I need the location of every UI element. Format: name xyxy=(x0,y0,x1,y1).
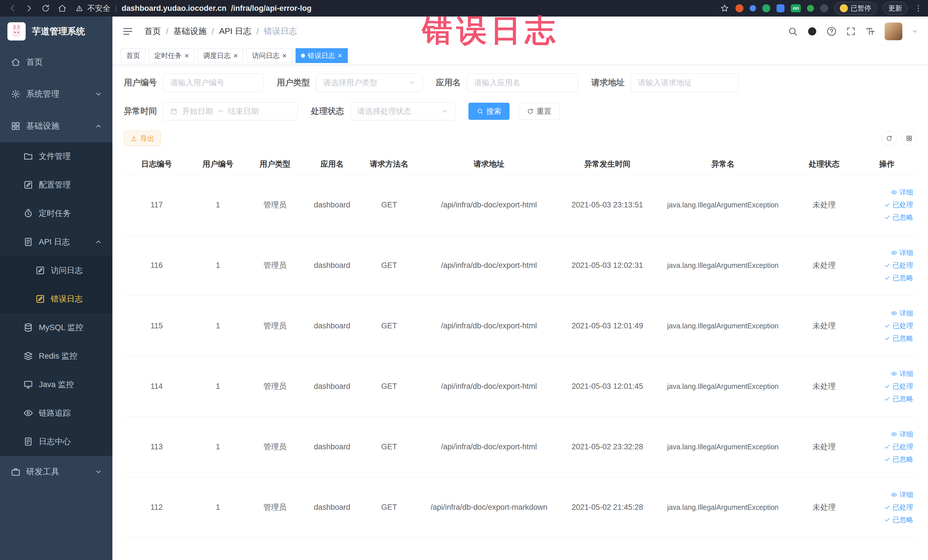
edit-icon xyxy=(35,294,45,304)
action-ignored[interactable]: 已忽略 xyxy=(884,394,913,403)
avatar[interactable] xyxy=(885,23,902,40)
caret-down-icon[interactable] xyxy=(911,28,918,35)
cell-url: /api/infra/db-doc/export-html xyxy=(418,235,560,296)
sidebar-item-home[interactable]: 首页 xyxy=(0,46,112,78)
breadcrumb-item: 错误日志 xyxy=(264,26,297,37)
user-type-select[interactable]: 请选择用户类型 xyxy=(316,73,423,92)
sidebar-item-system[interactable]: 系统管理 xyxy=(0,78,112,110)
action-ignored[interactable]: 已忽略 xyxy=(884,334,913,343)
logo-row[interactable]: 芋道管理系统 xyxy=(0,17,112,46)
action-processed[interactable]: 已处理 xyxy=(884,382,913,391)
breadcrumb-item[interactable]: API 日志 xyxy=(219,26,251,37)
extension-icon[interactable] xyxy=(750,5,756,11)
reset-button[interactable]: 重置 xyxy=(519,103,560,120)
breadcrumb-separator: / xyxy=(256,27,259,36)
date-range-picker[interactable]: 开始日期 ~ 结束日期 xyxy=(163,102,298,121)
browser-back-button[interactable] xyxy=(5,2,20,15)
action-processed[interactable]: 已处理 xyxy=(884,503,913,512)
extension-icon[interactable] xyxy=(762,4,770,12)
sidebar-item-access-log[interactable]: 访问日志 xyxy=(0,256,112,285)
action-detail[interactable]: 详细 xyxy=(891,490,913,499)
action-detail[interactable]: 详细 xyxy=(891,430,913,439)
user-id-input[interactable] xyxy=(163,73,264,92)
sidebar-item-devtools[interactable]: 研发工具 xyxy=(0,456,112,488)
filter-row-2: 异常时间 开始日期 ~ 结束日期 处理状态 请选择处理状态 xyxy=(124,102,917,121)
column-settings-button[interactable] xyxy=(902,131,917,146)
sidebar-item-label: 错误日志 xyxy=(51,293,83,304)
extension-icon[interactable] xyxy=(820,4,828,12)
action-detail[interactable]: 详细 xyxy=(891,248,913,257)
github-icon[interactable] xyxy=(807,26,817,37)
sidebar-item-job[interactable]: 定时任务 xyxy=(0,199,112,227)
breadcrumb-item[interactable]: 首页 xyxy=(144,26,161,37)
sidebar-item-java[interactable]: Java 监控 xyxy=(0,370,112,399)
sidebar-item-file[interactable]: 文件管理 xyxy=(0,142,112,171)
search-button[interactable]: 搜索 xyxy=(469,103,510,120)
cell-time: 2021-05-03 12:01:49 xyxy=(560,296,655,356)
check-icon xyxy=(884,323,890,329)
process-status-select[interactable]: 请选择处理状态 xyxy=(350,102,455,121)
browser-reload-button[interactable] xyxy=(38,2,53,15)
tab-error-log[interactable]: 错误日志× xyxy=(296,48,348,63)
action-detail[interactable]: 详细 xyxy=(891,188,913,197)
filter-label: 异常时间 xyxy=(124,105,157,117)
sidebar-item-config[interactable]: 配置管理 xyxy=(0,171,112,199)
extension-icon[interactable] xyxy=(777,4,785,12)
paused-chip[interactable]: 已暂停 xyxy=(835,2,877,15)
breadcrumb-item[interactable]: 基础设施 xyxy=(174,26,206,37)
cell-user_type: 管理员 xyxy=(246,417,304,477)
action-ignored[interactable]: 已忽略 xyxy=(884,273,913,282)
action-detail[interactable]: 详细 xyxy=(891,309,913,318)
tab-close-icon[interactable]: × xyxy=(234,52,238,60)
fullscreen-icon[interactable] xyxy=(846,26,856,37)
cell-id: 115 xyxy=(124,296,189,356)
cell-app: dashboard xyxy=(304,417,360,477)
extension-icon[interactable] xyxy=(736,4,743,12)
sidebar-item-trace[interactable]: 链路追踪 xyxy=(0,399,112,427)
tab-schedule-log[interactable]: 调度日志× xyxy=(198,48,243,63)
action-processed[interactable]: 已处理 xyxy=(884,442,913,451)
sidebar-item-redis[interactable]: Redis 监控 xyxy=(0,342,112,370)
sidebar-item-log-center[interactable]: 日志中心 xyxy=(0,427,112,456)
browser-menu-icon[interactable] xyxy=(914,4,923,13)
help-icon[interactable] xyxy=(826,26,837,37)
export-button[interactable]: 导出 xyxy=(124,131,161,146)
briefcase-icon xyxy=(11,467,21,477)
update-chip[interactable]: 更新 xyxy=(883,2,907,15)
extension-on-badge[interactable]: on xyxy=(791,4,801,12)
browser-home-button[interactable] xyxy=(55,2,70,15)
action-detail[interactable]: 详细 xyxy=(891,369,913,378)
cell-actions: 详细已处理已忽略 xyxy=(857,296,917,356)
app-name-input[interactable] xyxy=(467,73,578,92)
sidebar-item-infra[interactable]: 基础设施 xyxy=(0,110,112,142)
address-bar[interactable]: 不安全 | dashboard.yudao.iocoder.cn/infra/l… xyxy=(76,3,311,14)
browser-forward-button[interactable] xyxy=(22,2,37,15)
extension-icon[interactable] xyxy=(807,5,814,12)
table-tools xyxy=(882,131,917,146)
tab-close-icon[interactable]: × xyxy=(185,52,189,60)
tab-close-icon[interactable]: × xyxy=(282,52,286,60)
tab-close-icon[interactable]: × xyxy=(338,52,342,60)
tab-home[interactable]: 首页 xyxy=(121,48,145,63)
check-icon xyxy=(884,335,890,342)
sidebar-item-api-log[interactable]: API 日志 xyxy=(0,227,112,256)
sidebar-item-error-log[interactable]: 错误日志 xyxy=(0,285,112,313)
tab-access-log[interactable]: 访问日志× xyxy=(246,48,292,63)
request-url-input[interactable] xyxy=(631,73,739,92)
sidebar-item-mysql[interactable]: MySQL 监控 xyxy=(0,313,112,342)
action-ignored[interactable]: 已忽略 xyxy=(884,455,913,464)
table-toolbar: 导出 xyxy=(124,131,917,146)
refresh-table-button[interactable] xyxy=(882,131,897,146)
hamburger-icon[interactable] xyxy=(122,26,133,37)
action-processed[interactable]: 已处理 xyxy=(884,200,913,209)
tab-scheduled-jobs[interactable]: 定时任务× xyxy=(149,48,194,63)
grid-icon xyxy=(11,121,21,131)
action-processed[interactable]: 已处理 xyxy=(884,321,913,330)
action-ignored[interactable]: 已忽略 xyxy=(884,213,913,222)
action-processed[interactable]: 已处理 xyxy=(884,261,913,270)
cell-url: /api/infra/db-doc/export-html xyxy=(418,417,560,477)
bookmark-star-icon[interactable] xyxy=(720,4,729,13)
search-icon[interactable] xyxy=(788,26,798,37)
font-size-icon[interactable] xyxy=(865,26,876,37)
action-ignored[interactable]: 已忽略 xyxy=(884,515,913,524)
